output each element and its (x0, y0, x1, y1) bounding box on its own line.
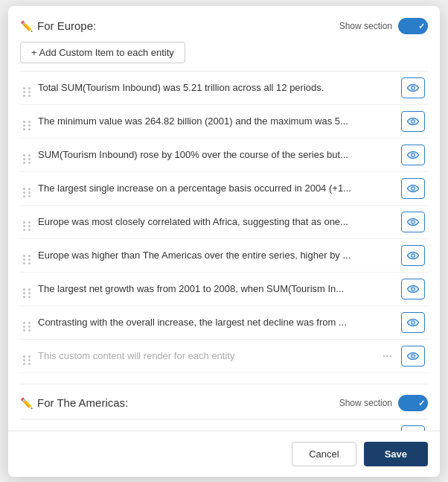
americas-section-title: ✏️ For The Americas: (20, 396, 128, 409)
europe-show-section-group: Show section ✓ (339, 18, 428, 34)
drag-handle[interactable] (23, 112, 32, 130)
europe-title-text: For Europe: (37, 19, 96, 32)
list-item: Europe was most closely correlated with … (20, 206, 428, 239)
cancel-button[interactable]: Cancel (292, 442, 356, 466)
americas-section-header: ✏️ For The Americas: Show section ✓ (20, 395, 428, 411)
visibility-toggle-button[interactable] (401, 111, 425, 132)
drag-handle[interactable] (23, 427, 32, 431)
visibility-toggle-button[interactable] (401, 77, 425, 98)
europe-show-section-label: Show section (339, 21, 392, 31)
list-item: Contrasting with the overall increase, t… (20, 306, 428, 340)
americas-toggle-check: ✓ (418, 398, 425, 408)
item-text: The minimum value was 264.82 billion (20… (38, 115, 395, 127)
edit-icon: ✏️ (20, 20, 33, 32)
list-item: The largest net growth was from 2001 to … (20, 273, 428, 306)
europe-items-list: Total SUM(Tourism Inbound) was 5.21 tril… (20, 71, 428, 373)
modal-container: ✏️ For Europe: Show section ✓ + Add Cust… (8, 6, 440, 477)
list-item: Europe was higher than The Americas over… (20, 239, 428, 273)
europe-toggle-track: ✓ (398, 18, 428, 34)
drag-handle[interactable] (23, 247, 32, 264)
item-text: Europe was most closely correlated with … (38, 216, 395, 227)
visibility-toggle-button[interactable] (401, 312, 425, 333)
list-item: This custom content will render for each… (20, 340, 428, 373)
item-more-menu[interactable]: ··· (383, 349, 392, 363)
americas-title-text: For The Americas: (37, 396, 128, 409)
americas-section-divider: ✏️ For The Americas: Show section ✓ Tota… (20, 384, 428, 431)
list-item: The largest single increase on a percent… (20, 172, 428, 206)
item-text: This custom content will render for each… (38, 350, 377, 361)
item-text: Europe was higher than The Americas over… (38, 250, 395, 261)
drag-handle[interactable] (23, 314, 32, 332)
add-custom-item-europe-button[interactable]: + Add Custom Item to each entity (20, 42, 185, 63)
item-text: Contrasting with the overall increase, t… (38, 317, 395, 328)
drag-handle[interactable] (23, 180, 32, 197)
item-text: The largest single increase on a percent… (38, 183, 395, 194)
item-text: SUM(Tourism Inbound) rose by 100% over t… (38, 149, 395, 160)
visibility-toggle-button[interactable] (401, 346, 425, 367)
drag-handle[interactable] (23, 213, 32, 231)
item-text: Total SUM(Tourism Inbound) was 5.21 tril… (38, 82, 395, 93)
visibility-toggle-button[interactable] (401, 279, 425, 299)
americas-show-section-label: Show section (339, 398, 392, 408)
drag-handle[interactable] (23, 146, 32, 164)
visibility-toggle-button[interactable] (401, 245, 425, 266)
visibility-toggle-button[interactable] (401, 425, 425, 431)
visibility-toggle-button[interactable] (401, 178, 425, 199)
americas-toggle[interactable]: ✓ (398, 395, 428, 411)
europe-section-title: ✏️ For Europe: (20, 19, 96, 32)
item-text: The largest net growth was from 2001 to … (38, 283, 395, 294)
americas-edit-icon: ✏️ (20, 397, 33, 409)
item-text: Total SUM(Tourism Inbound) was 2.57 tril… (38, 430, 395, 431)
modal-body: ✏️ For Europe: Show section ✓ + Add Cust… (8, 6, 440, 431)
europe-toggle-check: ✓ (418, 21, 425, 31)
list-item: Total SUM(Tourism Inbound) was 5.21 tril… (20, 72, 428, 105)
modal-footer: Cancel Save (8, 431, 440, 477)
list-item: The minimum value was 264.82 billion (20… (20, 105, 428, 139)
europe-toggle[interactable]: ✓ (398, 18, 428, 34)
visibility-toggle-button[interactable] (401, 212, 425, 232)
americas-toggle-track: ✓ (398, 395, 428, 411)
list-item: SUM(Tourism Inbound) rose by 100% over t… (20, 139, 428, 172)
drag-handle[interactable] (23, 79, 32, 97)
americas-show-section-group: Show section ✓ (339, 395, 428, 411)
drag-handle[interactable] (23, 280, 32, 298)
save-button[interactable]: Save (364, 442, 428, 466)
europe-section-header: ✏️ For Europe: Show section ✓ (20, 18, 428, 34)
visibility-toggle-button[interactable] (401, 145, 425, 165)
drag-handle[interactable] (23, 347, 32, 365)
list-item: Total SUM(Tourism Inbound) was 2.57 tril… (20, 419, 428, 431)
americas-items-list: Total SUM(Tourism Inbound) was 2.57 tril… (20, 419, 428, 431)
